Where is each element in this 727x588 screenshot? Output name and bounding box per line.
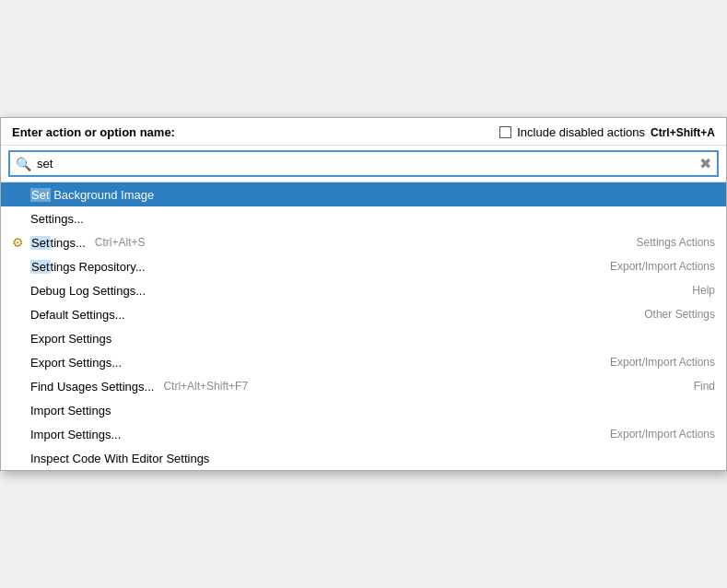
item-name-1: Set Background Image bbox=[30, 188, 154, 202]
item-text-10: Import Settings bbox=[30, 404, 715, 417]
item-name-12: Inspect Code With Editor Settings bbox=[30, 452, 209, 465]
list-item[interactable]: Settings... bbox=[1, 206, 726, 230]
item-icon-3: ⚙ bbox=[12, 235, 30, 250]
item-category-9: Find bbox=[694, 380, 715, 393]
list-item[interactable]: Debug Log Settings... Help bbox=[1, 278, 726, 302]
item-highlight-4: Set bbox=[30, 260, 51, 274]
item-shortcut-3: Ctrl+Alt+S bbox=[95, 236, 146, 249]
item-category-8: Export/Import Actions bbox=[610, 356, 715, 369]
dialog-header: Enter action or option name: Include dis… bbox=[1, 118, 726, 146]
item-shortcut-9: Ctrl+Alt+Shift+F7 bbox=[163, 380, 248, 393]
list-item[interactable]: Default Settings... Other Settings bbox=[1, 302, 726, 326]
list-item[interactable]: Find Usages Settings... Ctrl+Alt+Shift+F… bbox=[1, 374, 726, 398]
item-text-4: Settings Repository... bbox=[30, 260, 610, 274]
header-label: Enter action or option name: bbox=[12, 125, 175, 139]
item-name-5: Debug Log Settings... bbox=[30, 284, 146, 298]
item-text-2: Settings... bbox=[30, 212, 715, 226]
item-text-5: Debug Log Settings... bbox=[30, 284, 692, 298]
include-disabled-label: Include disabled actions bbox=[517, 125, 645, 139]
results-list: Set Background Image Settings... ⚙ Setti… bbox=[1, 182, 726, 470]
include-disabled-area: Include disabled actions Ctrl+Shift+A bbox=[499, 125, 715, 139]
item-name-4: Settings Repository... bbox=[30, 260, 146, 274]
item-category-11: Export/Import Actions bbox=[610, 428, 715, 441]
item-text-8: Export Settings... bbox=[30, 356, 610, 370]
list-item[interactable]: Import Settings bbox=[1, 398, 726, 422]
item-name-8: Export Settings... bbox=[30, 356, 122, 370]
item-name-3: Settings... bbox=[30, 236, 86, 250]
item-name-2: Settings... bbox=[30, 212, 84, 226]
gear-icon: ⚙ bbox=[12, 235, 24, 250]
item-highlight-1: Set bbox=[30, 188, 51, 202]
item-category-6: Other Settings bbox=[644, 308, 715, 321]
item-category-3: Settings Actions bbox=[637, 236, 715, 249]
search-row: 🔍 ✖ bbox=[1, 146, 726, 182]
item-category-4: Export/Import Actions bbox=[610, 260, 715, 273]
list-item[interactable]: Settings Repository... Export/Import Act… bbox=[1, 254, 726, 278]
item-text-12: Inspect Code With Editor Settings bbox=[30, 452, 715, 465]
search-input[interactable] bbox=[37, 157, 694, 171]
list-item[interactable]: Set Background Image bbox=[1, 182, 726, 206]
clear-icon[interactable]: ✖ bbox=[699, 155, 711, 172]
item-name-7: Export Settings bbox=[30, 332, 111, 346]
list-item[interactable]: Inspect Code With Editor Settings bbox=[1, 446, 726, 470]
search-input-wrap: 🔍 ✖ bbox=[8, 150, 719, 177]
item-text-6: Default Settings... bbox=[30, 308, 644, 322]
item-text-3: Settings... Ctrl+Alt+S bbox=[30, 236, 637, 250]
item-name-6: Default Settings... bbox=[30, 308, 125, 322]
list-item[interactable]: Import Settings... Export/Import Actions bbox=[1, 422, 726, 446]
item-text-1: Set Background Image bbox=[30, 188, 715, 202]
include-disabled-shortcut: Ctrl+Shift+A bbox=[651, 126, 715, 139]
list-item[interactable]: Export Settings... Export/Import Actions bbox=[1, 350, 726, 374]
item-text-9: Find Usages Settings... Ctrl+Alt+Shift+F… bbox=[30, 380, 694, 394]
list-item[interactable]: ⚙ Settings... Ctrl+Alt+S Settings Action… bbox=[1, 230, 726, 254]
action-search-dialog: Enter action or option name: Include dis… bbox=[0, 117, 727, 471]
item-category-5: Help bbox=[692, 284, 715, 297]
list-item[interactable]: Export Settings bbox=[1, 326, 726, 350]
item-name-10: Import Settings bbox=[30, 404, 111, 417]
item-text-11: Import Settings... bbox=[30, 428, 610, 441]
item-text-7: Export Settings bbox=[30, 332, 715, 346]
include-disabled-checkbox[interactable] bbox=[499, 126, 511, 138]
item-name-9: Find Usages Settings... bbox=[30, 380, 154, 394]
search-icon: 🔍 bbox=[16, 157, 31, 171]
item-name-11: Import Settings... bbox=[30, 428, 121, 441]
item-highlight-3: Set bbox=[30, 236, 51, 250]
